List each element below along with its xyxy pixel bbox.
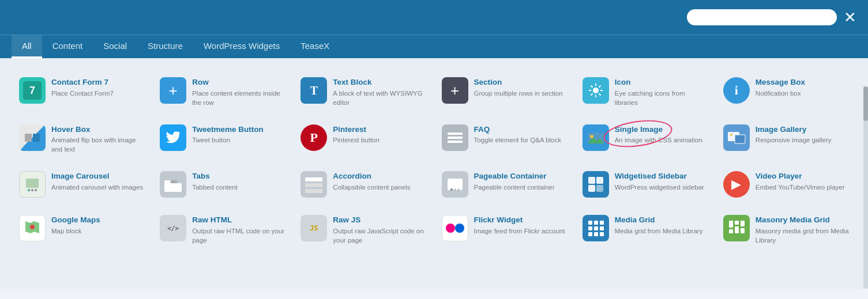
element-desc: An image with CSS animation	[615, 135, 708, 145]
element-desc: Tabbed content	[192, 183, 285, 192]
search-input[interactable]	[687, 9, 837, 25]
element-item-faq[interactable]: FAQToggle element for Q&A block	[434, 116, 575, 163]
element-desc: Toggle element for Q&A block	[474, 135, 568, 145]
element-icon	[583, 215, 609, 241]
svg-rect-48	[594, 226, 598, 230]
element-desc: Collapsible content panels	[333, 183, 426, 192]
element-icon	[583, 171, 609, 198]
tab-social[interactable]: Social	[93, 35, 137, 58]
element-item-text-block[interactable]: TText BlockA block of text with WYSIWYG …	[293, 69, 434, 116]
element-icon: JS	[300, 215, 327, 241]
element-item-message-box[interactable]: iMessage BoxNotification box	[716, 69, 856, 116]
svg-point-32	[450, 188, 453, 191]
element-desc: Place content elements inside the row	[192, 89, 285, 107]
element-item-pageable-container[interactable]: Pageable ContainerPageable content conta…	[434, 162, 575, 206]
element-icon: T	[300, 77, 327, 104]
element-item-image-gallery[interactable]: Image GalleryResponsive image gallery	[716, 116, 856, 163]
element-item-single-image[interactable]: Single ImageAn image with CSS animation	[575, 116, 716, 163]
element-item-google-maps[interactable]: Google MapsMap block	[12, 206, 152, 253]
svg-rect-46	[600, 221, 604, 225]
element-icon: P	[300, 124, 327, 151]
tab-structure[interactable]: Structure	[137, 35, 193, 58]
element-item-pinterest[interactable]: PPinterestPinterest button	[293, 116, 434, 163]
svg-rect-13	[448, 141, 463, 143]
dialog-header: 🔍 ✕	[0, 0, 868, 35]
element-name: Media Grid	[615, 215, 708, 225]
element-item-raw-html[interactable]: </>Raw HTMLOutput raw HTML code on your …	[152, 206, 293, 253]
element-item-video-player[interactable]: ▶Video PlayerEmbed YouTube/Vimeo player	[716, 162, 856, 206]
element-icon	[442, 171, 468, 198]
svg-point-20	[730, 134, 732, 136]
svg-rect-38	[596, 185, 603, 192]
element-name: Image Carousel	[51, 171, 145, 181]
element-icon	[160, 171, 186, 198]
element-name: Pageable Container	[474, 171, 568, 181]
svg-point-23	[31, 189, 33, 191]
element-item-media-grid[interactable]: Media GridMedia grid from Media Library	[575, 206, 716, 253]
element-item-raw-js[interactable]: JSRaw JSOutput raw JavaScript code on yo…	[293, 206, 434, 253]
element-name: Row	[192, 77, 285, 88]
scrollbar-track[interactable]	[863, 86, 868, 289]
element-name: Google Maps	[51, 215, 145, 225]
element-icon: +	[160, 77, 186, 104]
tabs-bar: All Content Social Structure WordPress W…	[0, 35, 868, 58]
close-button[interactable]: ✕	[844, 10, 856, 25]
element-desc: Output raw JavaScript code on your page	[333, 226, 426, 245]
element-icon	[583, 77, 609, 104]
element-name: Image Gallery	[756, 124, 849, 135]
svg-rect-56	[729, 229, 733, 233]
tab-teasex[interactable]: TeaseX	[290, 35, 340, 58]
svg-rect-50	[588, 232, 592, 236]
svg-rect-21	[26, 179, 39, 188]
svg-line-5	[591, 86, 592, 88]
element-desc: Masonry media grid from Media Library	[756, 226, 849, 245]
svg-rect-54	[735, 221, 739, 225]
element-item-masonry-media-grid[interactable]: Masonry Media GridMasonry media grid fro…	[716, 206, 856, 253]
element-icon: 7	[19, 77, 46, 104]
element-icon	[442, 124, 468, 151]
element-name: FAQ	[474, 124, 568, 135]
svg-line-8	[591, 94, 592, 96]
element-name: Tweetmeme Button	[192, 124, 285, 135]
header-right: 🔍 ✕	[687, 9, 856, 25]
tab-all[interactable]: All	[12, 35, 42, 58]
add-element-dialog: 🔍 ✕ All Content Social Structure WordPre…	[0, 0, 868, 289]
element-item-icon[interactable]: IconEye catching icons from libraries	[575, 69, 716, 116]
svg-rect-19	[735, 135, 745, 143]
svg-rect-25	[164, 180, 170, 183]
element-icon	[583, 124, 609, 151]
svg-rect-11	[448, 133, 463, 135]
element-name: Flickr Widget	[474, 215, 568, 225]
element-item-tweetmeme-button[interactable]: Tweetmeme ButtonTweet button	[152, 116, 293, 163]
svg-rect-31	[448, 179, 463, 190]
scrollbar-thumb[interactable]	[863, 86, 868, 121]
element-name: Single Image	[615, 124, 708, 135]
element-name: Hover Box	[51, 124, 145, 135]
svg-rect-29	[305, 183, 322, 187]
svg-rect-45	[594, 221, 598, 225]
element-item-hover-box[interactable]: Hover BoxAnimated flip box with image an…	[12, 116, 152, 163]
element-item-tabs[interactable]: TabsTabbed content	[152, 162, 293, 206]
svg-rect-28	[305, 177, 322, 181]
element-desc: Responsive image gallery	[756, 135, 849, 145]
element-name: Message Box	[756, 77, 849, 88]
element-name: Raw HTML	[192, 215, 285, 225]
svg-rect-36	[596, 177, 603, 184]
tab-wordpress-widgets[interactable]: WordPress Widgets	[193, 35, 290, 58]
element-item-widgetised-sidebar[interactable]: Widgetised SidebarWordPress widgetised s…	[575, 162, 716, 206]
svg-rect-57	[735, 226, 739, 233]
element-desc: Animated flip box with image and text	[51, 135, 145, 154]
svg-rect-47	[588, 226, 592, 230]
element-desc: Image feed from Flickr account	[474, 226, 568, 236]
tab-content[interactable]: Content	[42, 35, 93, 58]
element-item-section[interactable]: +SectionGroup multiple rows in section	[434, 69, 575, 116]
svg-point-0	[593, 88, 599, 93]
element-item-contact-form-7[interactable]: 7Contact Form 7Place Contact Form7	[12, 69, 152, 116]
element-item-accordion[interactable]: AccordionCollapsible content panels	[293, 162, 434, 206]
element-item-flickr-widget[interactable]: Flickr WidgetImage feed from Flickr acco…	[434, 206, 575, 253]
element-desc: Notification box	[756, 89, 849, 98]
element-item-row[interactable]: +RowPlace content elements inside the ro…	[152, 69, 293, 116]
element-icon	[19, 124, 46, 151]
element-item-image-carousel[interactable]: Image CarouselAnimated carousel with ima…	[12, 162, 152, 206]
svg-rect-52	[600, 232, 604, 236]
